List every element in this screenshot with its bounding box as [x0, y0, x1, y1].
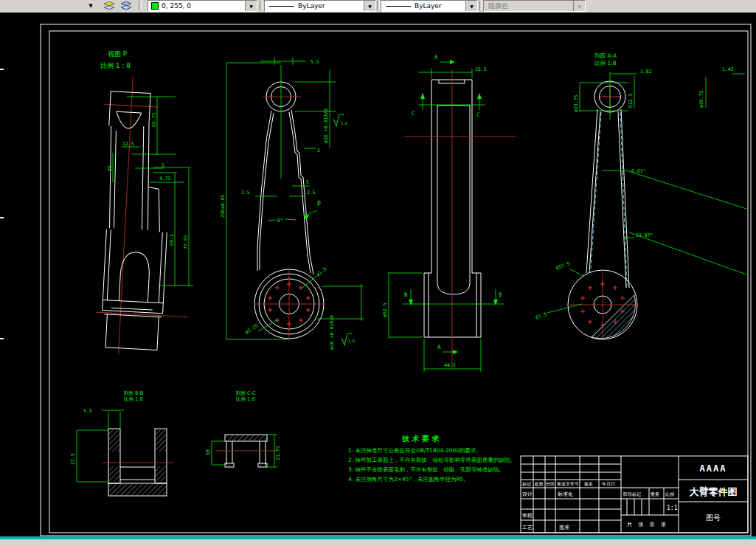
tb-process: 工艺	[522, 525, 533, 531]
tb-approve: 批准	[559, 525, 569, 531]
dim-8deg: 8°	[277, 218, 283, 224]
drawing-canvas[interactable]: 视图 P 比例 1 : 8	[0, 0, 756, 546]
tb-h-mark: 标记	[521, 481, 531, 487]
section-cc-title: 剖面 C-C	[235, 390, 256, 396]
section-a-label-top: A	[434, 54, 438, 61]
tech-req-item-1: 1. 未注铸造尺寸公差应符合GB/T1804-2000的要求。	[348, 447, 482, 454]
tb-weight: 重量	[650, 491, 659, 497]
dim-bore-top: ø16 +0.018/0	[323, 108, 329, 143]
tb-h-zone: 分区	[546, 481, 555, 486]
dim-12-5: 12.5	[122, 141, 134, 147]
tb-h-count: 处数	[534, 481, 544, 487]
dim-cc-23-75: 23.75	[275, 446, 281, 460]
tb-standard: 标准化	[557, 491, 573, 497]
dim-5: 5	[162, 162, 164, 168]
tech-req-item-2: 2. 铸件加工表面上，不许有裂纹、缩松等影响零件表面质量的缺陷。	[348, 457, 516, 463]
section-c-label-right: C	[476, 111, 480, 118]
dim-5-5: 5.5	[311, 59, 319, 65]
section-aa-title: 剖面 A-A	[594, 52, 617, 59]
dim-44-5: 44.5	[444, 362, 456, 368]
dim-23-75: ø23.75	[573, 94, 579, 112]
section-b-label-left: B	[404, 291, 408, 298]
section-b-label-right: B	[499, 291, 502, 298]
status-bar[interactable]	[0, 539, 756, 546]
tb-h-date: 年月日	[602, 481, 615, 487]
dim-bb-27-5: 27.5	[70, 453, 76, 465]
tb-check: 审核	[522, 513, 533, 519]
tb-sheet: 共 张 第 张	[627, 522, 667, 528]
ang-33-97: 33.97°	[636, 232, 653, 238]
view-p-scale: 比例 1 : 8	[100, 62, 131, 69]
tb-stage: 阶段标记	[623, 491, 641, 497]
dim-2-5-r: 2.5	[307, 190, 316, 196]
tb-scale-value: 1:1	[667, 505, 678, 511]
tb-drawing-no: 图号	[706, 514, 721, 522]
section-bb-scale: 比例 1:8	[124, 396, 143, 402]
tb-design: 设计	[522, 491, 533, 497]
dim-69-1: 69.1	[169, 234, 175, 246]
dim-2-5-l: 2.5	[241, 190, 250, 196]
dim-66-75: 66.75	[151, 112, 157, 127]
dim-77-65: 77.65	[183, 235, 189, 249]
dim-bore-bottom: ø16 +0.018/0	[329, 315, 335, 350]
view-p-title: 视图 P	[108, 50, 128, 58]
section-c-label-left: C	[412, 110, 415, 117]
dim-r12-5: R12.5	[628, 93, 634, 108]
dim-52-5: ø52.5	[382, 303, 388, 317]
section-cc-scale: 比例 1:8	[236, 396, 255, 402]
tech-req-title: 技 术 要 求	[401, 435, 439, 443]
dim-32-5: 32.5	[475, 66, 487, 72]
dim-296: 296±0.05	[220, 195, 226, 218]
rough-top: 1.6	[341, 121, 347, 125]
tech-req-item-3: 3. 铸件不去除表面毛刺，不许有裂纹、砂眼、孔隙等铸造缺陷。	[348, 466, 504, 473]
section-a-label-bottom: A	[437, 344, 441, 350]
tb-company: AAAA	[700, 463, 727, 474]
dim-85: 85	[107, 165, 113, 171]
dim-bb-5-5: 5.5	[83, 408, 92, 414]
cad-application-window: ▼ 0, 255, 0 ▼ ByLayer ▼	[0, 0, 756, 546]
dim-19-75: ø19.75	[698, 90, 704, 108]
dim-4-75: 4.75	[159, 176, 171, 182]
tb-h-file: 更改文件号	[557, 481, 579, 486]
section-bb-title: 剖面 B-B	[123, 390, 143, 396]
view-arrow-p: P	[317, 201, 321, 207]
dim-1-42: 1.42	[722, 66, 734, 72]
tb-scale-label: 比例	[665, 491, 674, 497]
dim-2: 2	[317, 148, 320, 153]
tech-req-item-4: 4. 未注倒角尺寸为2×45°，未注圆角半径为R5。	[348, 476, 469, 483]
section-aa-scale: 比例 1:8	[594, 60, 617, 66]
ang-6-01: 6.01°	[631, 168, 646, 174]
rough-bottom: 1.6	[348, 339, 355, 343]
dim-cc-18: 18	[205, 449, 211, 455]
tb-h-sign: 签名	[584, 481, 593, 487]
dim-1-82: 1.82	[640, 69, 652, 75]
tb-drawing-title: 大臂零件图	[690, 486, 738, 497]
dim-5b: 5	[306, 179, 309, 185]
